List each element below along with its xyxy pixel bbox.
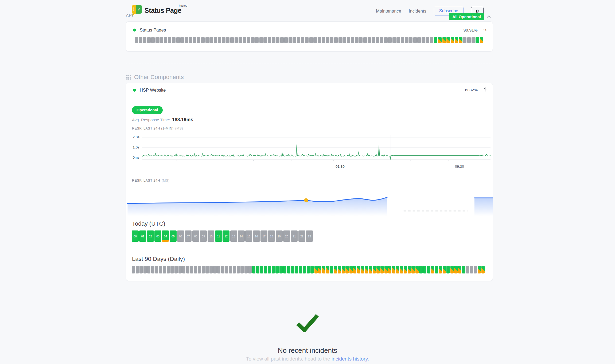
- day-bar: [279, 266, 283, 273]
- uptime-percentage: 99.32%: [464, 88, 478, 92]
- half-moon-icon: ◐: [476, 9, 479, 13]
- brand-logo-icon: ! ✓: [132, 5, 142, 14]
- uptime-bar: [409, 37, 412, 43]
- nav-link-incidents[interactable]: Incidents: [409, 9, 426, 14]
- uptime-bar: [455, 37, 458, 43]
- day-bar: [338, 266, 341, 273]
- chart-title: RESP. LAST 24H (1-MIN): [132, 127, 174, 130]
- status-page-app: ! ✓ Status Page hosted Maintenance Incid…: [0, 0, 615, 364]
- day-bar: [345, 266, 349, 273]
- uptime-bar: [293, 37, 296, 43]
- uptime-bar: [201, 37, 205, 43]
- uptime-bar: [180, 37, 184, 43]
- day-bar: [326, 266, 329, 273]
- day-bar: [217, 266, 220, 273]
- uptime-bar: [230, 37, 234, 43]
- section-title: Other Components: [134, 74, 184, 81]
- checkmark-icon: [295, 313, 320, 332]
- day-bar: [310, 266, 314, 273]
- uptime-bar: [426, 37, 429, 43]
- uptime-bar: [268, 37, 271, 43]
- day-bar: [252, 266, 255, 273]
- status-dot: [133, 29, 136, 32]
- day-bar: [307, 266, 310, 273]
- day-bar: [423, 266, 426, 273]
- uptime-bar: [476, 37, 479, 43]
- hour-block: 18: [268, 230, 275, 242]
- uptime-bar: [255, 37, 259, 43]
- hour-block: 16: [253, 230, 260, 242]
- hour-block: 23: [306, 230, 313, 242]
- avg-response-label: Avg. Response Time:: [132, 118, 170, 122]
- logo-bubble-tail-icon: [133, 13, 135, 16]
- uptime-bar: [347, 37, 350, 43]
- uptime-bar: [363, 37, 367, 43]
- day-bar: [435, 266, 438, 273]
- component-name: HSP Website: [140, 88, 166, 93]
- avg-response-value: 183.19ms: [172, 117, 193, 122]
- uptime-bar: [297, 37, 300, 43]
- day-bar: [322, 266, 325, 273]
- day-bar: [151, 266, 154, 273]
- day-bar: [186, 266, 189, 273]
- y-axis-label-2s: 2.0s: [126, 135, 139, 139]
- day-bar: [342, 266, 345, 273]
- chart-unit: (MS): [175, 127, 183, 130]
- day-bar: [419, 266, 422, 273]
- day-bar: [264, 266, 267, 273]
- uptime-bar: [239, 37, 242, 43]
- today-utc-title: Today (UTC): [132, 220, 165, 227]
- uptime-bar: [442, 37, 446, 43]
- uptime-bar: [334, 37, 338, 43]
- section-divider: [126, 64, 493, 64]
- refresh-icon[interactable]: ↷: [483, 28, 487, 33]
- hour-label: 14: [240, 235, 243, 238]
- hour-block: 11: [215, 230, 222, 242]
- day-bar: [357, 266, 360, 273]
- uptime-bar: [251, 37, 255, 43]
- uptime-bar: [372, 37, 375, 43]
- uptime-bar: [446, 37, 450, 43]
- day-bar: [174, 266, 178, 273]
- day-bar: [147, 266, 150, 273]
- uptime-bar: [276, 37, 279, 43]
- expand-up-arrow-icon[interactable]: [484, 87, 487, 93]
- hour-label: 10: [209, 235, 213, 238]
- hour-block: 04: [162, 230, 169, 242]
- day-bar: [287, 266, 290, 273]
- hour-label: 11: [217, 235, 220, 238]
- uptime-bar: [214, 37, 217, 43]
- chevron-up-icon[interactable]: [486, 15, 491, 18]
- api-component-card: Status Pages 99.91% ↷: [126, 21, 493, 52]
- day-bar: [291, 266, 294, 273]
- hour-label: 19: [278, 235, 281, 238]
- hour-label: 05: [172, 235, 175, 238]
- uptime-bar: [259, 37, 263, 43]
- uptime-bar: [139, 37, 142, 43]
- uptime-bar: [263, 37, 267, 43]
- overall-status: All Operational: [449, 13, 491, 20]
- day-bar: [396, 266, 399, 273]
- uptime-bar: [301, 37, 305, 43]
- hour-label: 06: [179, 235, 182, 238]
- hour-label: 04: [164, 235, 167, 238]
- day-bar: [132, 266, 135, 273]
- no-recent-incidents-title: No recent incidents: [0, 346, 615, 355]
- uptime-bar: [289, 37, 292, 43]
- x-axis-label-0130: 01:30: [331, 165, 349, 169]
- response-24h-chart: [126, 189, 493, 218]
- hsp-website-card: HSP Website 99.32% Operational Avg. Resp…: [126, 83, 493, 281]
- day-bar: [439, 266, 442, 273]
- day-bar: [384, 266, 388, 273]
- nav-link-maintenance[interactable]: Maintenance: [376, 9, 401, 14]
- uptime-bar: [413, 37, 417, 43]
- uptime-bar: [218, 37, 221, 43]
- hour-label: 09: [202, 235, 205, 238]
- today-hours-strip: 0001020304050607080910111213141516171819…: [132, 230, 313, 242]
- chart-unit: (MS): [162, 179, 169, 182]
- day-bar: [466, 266, 469, 273]
- day-bar: [136, 266, 139, 273]
- incidents-history-link[interactable]: incidents history.: [332, 356, 369, 362]
- all-operational-badge: All Operational: [449, 13, 484, 20]
- uptime-bar: [309, 37, 313, 43]
